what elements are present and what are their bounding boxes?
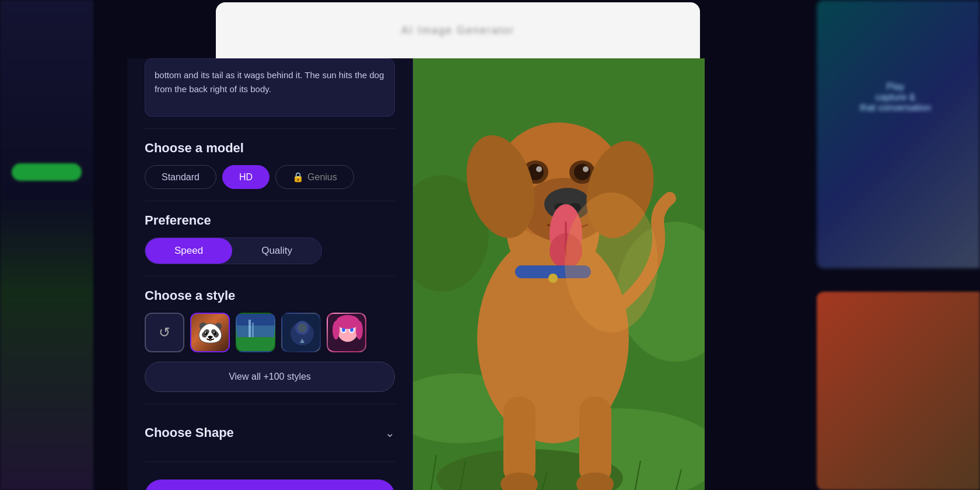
model-standard-button[interactable]: Standard <box>145 165 216 189</box>
dog-svg <box>413 58 705 490</box>
svg-rect-50 <box>503 397 536 484</box>
panda-icon: 🐼 <box>191 314 229 351</box>
svg-point-42 <box>574 164 590 180</box>
style-thumbnails: ↺ 🐼 <box>145 313 395 352</box>
svg-point-18 <box>356 321 363 340</box>
lock-icon: 🔒 <box>292 172 304 183</box>
reset-icon: ↺ <box>159 324 170 341</box>
svg-point-16 <box>336 315 359 329</box>
left-decorative-panel <box>0 0 93 490</box>
divider-3 <box>145 276 395 276</box>
style-scifi-thumb[interactable] <box>281 313 321 352</box>
right-bottom-decorative-panel <box>817 292 980 490</box>
style-anime-thumb[interactable] <box>327 313 366 352</box>
svg-rect-2 <box>237 326 275 337</box>
scifi-thumbnail-svg <box>282 314 321 352</box>
style-panda-thumb[interactable]: 🐼 <box>190 313 230 352</box>
top-bar: AI Image Generator <box>216 2 700 58</box>
dog-image <box>413 58 705 490</box>
divider-4 <box>145 404 395 404</box>
divider-2 <box>145 201 395 201</box>
choose-shape-label: Choose Shape <box>145 425 234 440</box>
svg-point-8 <box>298 323 307 332</box>
model-section-title: Choose a model <box>145 141 395 156</box>
generate-button[interactable]: Generate <box>145 480 395 490</box>
model-hd-button[interactable]: HD <box>222 165 270 189</box>
view-all-styles-button[interactable]: View all +100 styles <box>145 362 395 392</box>
prompt-textarea[interactable]: bottom and its tail as it wags behind it… <box>145 58 395 117</box>
form-panel: bottom and its tail as it wags behind it… <box>127 58 413 490</box>
style-landscape-thumb[interactable] <box>236 313 275 352</box>
preference-quality-button[interactable]: Quality <box>232 238 321 264</box>
model-selector: Standard HD 🔒 Genius <box>145 165 395 189</box>
svg-rect-3 <box>249 320 251 337</box>
top-bar-text: AI Image Generator <box>401 24 514 37</box>
svg-point-56 <box>565 192 658 332</box>
svg-point-55 <box>548 274 558 283</box>
chevron-down-icon: ⌄ <box>385 426 395 440</box>
divider-1 <box>145 128 395 129</box>
model-genius-button[interactable]: 🔒 Genius <box>275 165 354 189</box>
divider-5 <box>145 461 395 462</box>
preference-toggle: Speed Quality <box>145 237 322 264</box>
svg-rect-4 <box>252 323 254 337</box>
choose-shape-row[interactable]: Choose Shape ⌄ <box>145 416 395 450</box>
svg-point-17 <box>332 321 340 340</box>
style-section-title: Choose a style <box>145 288 395 303</box>
right-panel-text: Playcapture &that conversation <box>822 82 968 113</box>
landscape-thumbnail-svg <box>237 314 275 352</box>
anime-thumbnail-svg <box>328 314 366 352</box>
style-reset-thumb[interactable]: ↺ <box>145 313 184 352</box>
svg-point-44 <box>583 166 589 172</box>
svg-rect-51 <box>579 397 611 484</box>
image-panel <box>413 58 705 490</box>
right-top-decorative-panel <box>817 0 980 268</box>
svg-point-43 <box>536 166 542 172</box>
preference-section-title: Preference <box>145 213 395 228</box>
preference-speed-button[interactable]: Speed <box>145 238 232 264</box>
